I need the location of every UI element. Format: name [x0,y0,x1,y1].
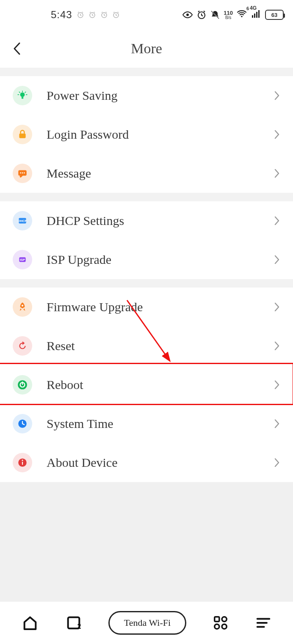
chevron-right-icon [274,301,280,312]
settings-item-message[interactable]: Message [0,154,293,193]
settings-item-label: Login Password [47,127,274,142]
reset-icon [13,336,32,356]
lock-icon [13,125,32,144]
svg-rect-13 [19,134,25,138]
chevron-right-icon [274,90,280,101]
mute-icon [210,10,220,20]
settings-item-system-time[interactable]: System Time [0,404,293,443]
apps-grid-button[interactable] [213,615,229,631]
alarm-icon [88,11,96,19]
network-speed: 110 B/s [224,10,233,20]
chevron-right-icon [274,129,280,140]
app-pill-button[interactable]: Tenda Wi-Fi [108,611,186,635]
settings-item-label: ISP Upgrade [47,252,274,267]
clock-icon [13,414,32,433]
network-gen: 4G [250,5,257,11]
power-icon [13,375,32,395]
settings-item-about-device[interactable]: About Device [0,443,293,482]
app-pill-label: Tenda Wi-Fi [108,611,186,635]
recents-button[interactable]: 2 [65,614,82,631]
svg-rect-9 [256,12,257,18]
wifi-icon [236,8,247,19]
svg-rect-32 [222,617,227,622]
settings-item-login-password[interactable]: Login Password [0,115,293,154]
settings-item-power-saving[interactable]: Power Saving [0,76,293,115]
svg-text:ISP: ISP [20,258,25,262]
chevron-right-icon [274,418,280,429]
settings-section: DHCP DHCP Settings ISP ISP Upgrade [0,201,293,279]
alarm-icon [112,11,120,19]
section-gap [0,68,293,76]
empty-area [0,482,293,602]
svg-point-29 [22,460,23,461]
message-icon [13,164,32,183]
svg-rect-34 [222,624,227,629]
svg-point-4 [186,14,189,16]
settings-item-isp-upgrade[interactable]: ISP ISP Upgrade [0,240,293,279]
status-time: 5:43 [51,9,72,21]
svg-point-11 [20,92,25,97]
chevron-right-icon [274,379,280,390]
svg-point-16 [22,173,23,174]
chevron-right-icon [274,340,280,351]
wifi-icon-wrap: 6 [236,8,247,21]
svg-rect-25 [22,381,23,385]
svg-rect-8 [254,14,255,18]
settings-item-label: Firmware Upgrade [47,300,274,314]
svg-point-15 [20,173,21,174]
settings-item-reboot[interactable]: Reboot [0,365,293,404]
back-button[interactable] [8,40,25,57]
chevron-right-icon [274,254,280,265]
menu-icon [255,615,271,631]
settings-item-dhcp-settings[interactable]: DHCP DHCP Settings [0,201,293,240]
dhcp-icon: DHCP [13,211,32,230]
settings-item-label: System Time [47,417,274,431]
svg-point-6 [241,16,243,17]
alarm-set-icon [196,10,207,20]
settings-section: Firmware Upgrade Reset Reboot System Tim… [0,288,293,482]
svg-rect-28 [22,462,23,465]
settings-item-reset[interactable]: Reset [0,326,293,365]
svg-rect-10 [258,10,260,18]
bulb-icon [13,86,32,105]
signal-icon-wrap: 4G [251,8,262,21]
svg-rect-33 [215,624,219,629]
settings-item-label: About Device [47,455,274,470]
battery-level: 63 [271,12,277,18]
svg-rect-7 [252,15,253,18]
svg-text:DHCP: DHCP [18,219,27,223]
info-icon [13,453,32,472]
isp-icon: ISP [13,250,32,269]
settings-section: Power Saving Login Password Message [0,76,293,193]
alarm-icon [100,11,108,19]
home-icon [22,614,39,631]
battery-indicator: 63 [265,10,284,20]
page-title: More [131,41,162,57]
apps-grid-icon [213,615,229,631]
settings-item-firmware-upgrade[interactable]: Firmware Upgrade [0,288,293,326]
chevron-left-icon [12,41,22,56]
status-left: 5:43 [51,9,120,21]
recents-count: 2 [77,623,81,630]
status-right: 110 B/s 6 4G 63 [182,8,284,21]
chevron-right-icon [274,215,280,226]
system-navbar: 2 Tenda Wi-Fi [0,602,293,644]
alarm-icon [77,11,84,19]
svg-rect-31 [215,617,219,622]
rocket-icon [13,297,32,317]
menu-button[interactable] [255,615,271,631]
settings-item-label: Reset [47,339,274,353]
home-button[interactable] [22,614,39,631]
status-bar: 5:43 110 B/s 6 4G 63 [0,0,293,30]
chevron-right-icon [274,457,280,468]
app-header: More [0,30,293,68]
settings-item-label: Power Saving [47,88,274,103]
settings-item-label: DHCP Settings [47,214,274,228]
section-gap [0,193,293,201]
section-gap [0,279,293,288]
svg-rect-12 [22,97,23,99]
settings-item-label: Message [47,166,274,181]
svg-point-22 [22,305,23,307]
settings-item-label: Reboot [47,378,274,392]
svg-point-17 [24,173,25,174]
